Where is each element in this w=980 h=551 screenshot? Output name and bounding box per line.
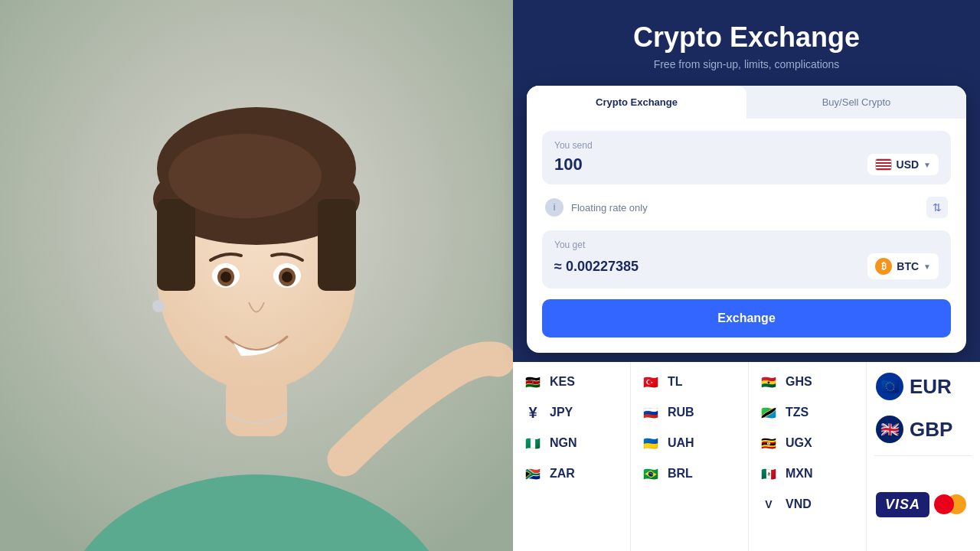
divider <box>874 455 972 456</box>
kes-label: KES <box>550 375 575 389</box>
vnd-flag: V <box>758 494 779 515</box>
send-input[interactable] <box>554 155 867 174</box>
mc-red-circle <box>934 494 954 514</box>
uah-label: UAH <box>668 436 694 450</box>
usd-flag-icon <box>875 158 892 171</box>
currency-grid: 🇰🇪 KES ¥ JPY 🇳🇬 NGN 🇿🇦 ZAR 🇹🇷 TL <box>513 362 980 551</box>
tzs-label: TZS <box>786 406 808 419</box>
get-currency-code: BTC <box>897 260 919 272</box>
top-section: Crypto Exchange Free from sign-up, limit… <box>513 0 980 86</box>
send-field-box: You send USD ▼ <box>542 131 951 184</box>
eur-flag: 🇪🇺 <box>876 373 903 400</box>
list-item: 🇧🇷 BRL <box>639 460 740 487</box>
uah-flag: 🇺🇦 <box>640 432 662 454</box>
exchange-button[interactable]: Exchange <box>542 299 951 337</box>
swap-icon[interactable]: ⇅ <box>926 197 948 218</box>
svg-point-15 <box>152 300 165 312</box>
brl-label: BRL <box>668 467 693 481</box>
rate-text: Floating rate only <box>571 202 919 214</box>
get-currency-selector[interactable]: ₿ BTC ▼ <box>867 253 939 279</box>
page-subtitle: Free from sign-up, limits, complications <box>536 58 957 70</box>
zar-flag: 🇿🇦 <box>522 463 544 484</box>
eur-item: 🇪🇺 EUR <box>874 368 972 405</box>
list-item: 🇹🇿 TZS <box>756 399 858 426</box>
rub-flag: 🇷🇺 <box>640 402 662 423</box>
svg-rect-7 <box>318 199 356 291</box>
list-item: 🇲🇽 MXN <box>756 460 858 487</box>
list-item: 🇿🇦 ZAR <box>521 460 622 487</box>
jpy-label: JPY <box>550 406 573 419</box>
send-field-row: USD ▼ <box>554 154 939 175</box>
get-field-box: You get ≈ 0.00227385 ₿ BTC ▼ <box>542 230 951 289</box>
eur-label: EUR <box>910 375 952 399</box>
tab-buy-sell[interactable]: Buy/Sell Crypto <box>746 86 966 119</box>
ngn-label: NGN <box>550 436 577 450</box>
right-area: Crypto Exchange Free from sign-up, limit… <box>513 0 980 551</box>
tzs-flag: 🇹🇿 <box>758 402 779 423</box>
tab-crypto-exchange[interactable]: Crypto Exchange <box>527 86 746 119</box>
tl-label: TL <box>668 375 683 389</box>
rub-label: RUB <box>668 406 694 419</box>
list-item: 🇺🇦 UAH <box>639 429 740 457</box>
send-currency-code: USD <box>897 158 920 171</box>
currency-col-4: 🇪🇺 EUR 🇬🇧 GBP VISA <box>867 362 980 551</box>
currency-col-1: 🇰🇪 KES ¥ JPY 🇳🇬 NGN 🇿🇦 ZAR <box>513 362 631 551</box>
ugx-flag: 🇺🇬 <box>758 432 779 454</box>
get-currency-chevron: ▼ <box>923 262 931 271</box>
ugx-label: UGX <box>786 436 812 450</box>
send-label: You send <box>554 140 939 151</box>
rate-row: i Floating rate only ⇅ <box>542 192 951 223</box>
currency-col-3: 🇬🇭 GHS 🇹🇿 TZS 🇺🇬 UGX 🇲🇽 MXN V VND <box>749 362 867 551</box>
jpy-flag: ¥ <box>522 402 544 423</box>
list-item: 🇰🇪 KES <box>521 368 622 396</box>
svg-point-8 <box>168 134 322 218</box>
list-item: 🇷🇺 RUB <box>639 399 740 426</box>
rate-info-icon: i <box>545 198 564 217</box>
tab-bar: Crypto Exchange Buy/Sell Crypto <box>527 86 966 119</box>
currency-col-2: 🇹🇷 TL 🇷🇺 RUB 🇺🇦 UAH 🇧🇷 BRL <box>631 362 749 551</box>
svg-point-13 <box>220 272 231 282</box>
page-title: Crypto Exchange <box>536 21 957 54</box>
widget-body: You send USD ▼ i Floating rate only ⇅ <box>527 119 966 353</box>
list-item: 🇬🇭 GHS <box>756 368 858 396</box>
photo-area <box>0 0 513 551</box>
tl-flag: 🇹🇷 <box>640 371 662 393</box>
svg-point-14 <box>282 272 292 282</box>
gbp-label: GBP <box>910 418 952 442</box>
list-item: 🇺🇬 UGX <box>756 429 858 457</box>
ghs-flag: 🇬🇭 <box>758 371 779 393</box>
send-currency-chevron: ▼ <box>923 161 931 169</box>
brl-flag: 🇧🇷 <box>640 463 662 484</box>
mxn-flag: 🇲🇽 <box>758 463 779 484</box>
ghs-label: GHS <box>786 375 812 389</box>
vnd-label: VND <box>786 497 812 511</box>
gbp-flag: 🇬🇧 <box>876 416 903 443</box>
list-item: ¥ JPY <box>521 399 622 426</box>
svg-rect-6 <box>157 199 195 291</box>
gbp-item: 🇬🇧 GBP <box>874 411 972 448</box>
get-field-row: ≈ 0.00227385 ₿ BTC ▼ <box>554 253 939 279</box>
get-label: You get <box>554 240 939 250</box>
send-currency-selector[interactable]: USD ▼ <box>867 154 939 175</box>
mxn-label: MXN <box>786 467 813 481</box>
mastercard-icon <box>934 494 971 514</box>
get-value: ≈ 0.00227385 <box>554 259 639 275</box>
visa-card: VISA <box>876 492 929 517</box>
kes-flag: 🇰🇪 <box>522 371 544 393</box>
list-item: 🇳🇬 NGN <box>521 429 622 457</box>
list-item: V VND <box>756 491 858 518</box>
list-item: 🇹🇷 TL <box>639 368 740 396</box>
payment-cards-row: VISA <box>874 464 972 545</box>
ngn-flag: 🇳🇬 <box>522 432 544 454</box>
zar-label: ZAR <box>550 467 575 481</box>
btc-icon: ₿ <box>875 258 892 275</box>
exchange-widget: Crypto Exchange Buy/Sell Crypto You send… <box>527 86 966 353</box>
